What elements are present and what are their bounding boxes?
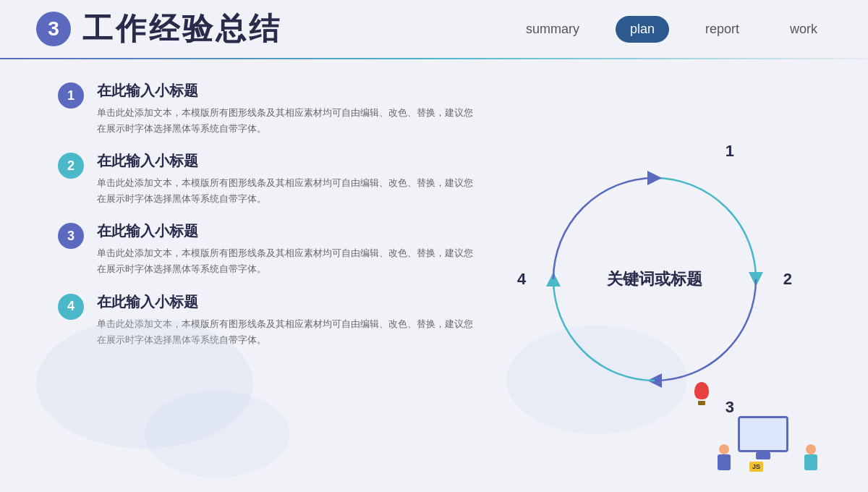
item-subtitle-2: 在此输入小标题 xyxy=(97,151,477,171)
page-title: 工作经验总结 xyxy=(82,9,282,49)
item-badge-2: 2 xyxy=(58,153,84,179)
right-panel: 1 2 3 4 关键词或标题 xyxy=(477,81,832,478)
slide-number-badge: 3 xyxy=(36,12,71,46)
person1-head xyxy=(719,444,729,454)
person2-body xyxy=(804,454,817,470)
header: 3 工作经验总结 summary plan report work xyxy=(0,0,868,58)
list-item: 3 在此输入小标题 单击此处添加文本，本模版所有图形线条及其相应素材均可自由编辑… xyxy=(58,221,477,277)
cycle-diagram: 1 2 3 4 关键词或标题 xyxy=(532,156,778,402)
item-desc-2: 单击此处添加文本，本模版所有图形线条及其相应素材均可自由编辑、改色、替换，建议您… xyxy=(97,175,477,207)
balloon-icon xyxy=(694,382,709,405)
person1-body xyxy=(718,454,731,470)
monitor-icon xyxy=(738,416,788,452)
item-subtitle-3: 在此输入小标题 xyxy=(97,221,477,241)
item-subtitle-4: 在此输入小标题 xyxy=(97,292,477,312)
balloon-body xyxy=(694,382,709,399)
person1-icon xyxy=(718,444,731,470)
person2-icon xyxy=(804,444,817,470)
person2-head xyxy=(806,444,816,454)
nav-report[interactable]: report xyxy=(691,16,754,43)
item-desc-1: 单击此处添加文本，本模版所有图形线条及其相应素材均可自由编辑、改色、替换，建议您… xyxy=(97,105,477,137)
item-badge-3: 3 xyxy=(58,223,84,249)
item-text-3: 在此输入小标题 单击此处添加文本，本模版所有图形线条及其相应素材均可自由编辑、改… xyxy=(97,221,477,277)
item-badge-1: 1 xyxy=(58,82,84,109)
item-subtitle-1: 在此输入小标题 xyxy=(97,81,477,101)
nav-work[interactable]: work xyxy=(775,16,832,43)
node-label-1: 1 xyxy=(726,142,734,161)
nav-bar: summary plan report work xyxy=(511,16,832,43)
balloon-basket xyxy=(698,401,705,405)
node-label-2: 2 xyxy=(783,270,792,289)
list-item: 1 在此输入小标题 单击此处添加文本，本模版所有图形线条及其相应素材均可自由编辑… xyxy=(58,81,477,137)
node-label-4: 4 xyxy=(517,270,526,289)
item-desc-3: 单击此处添加文本，本模版所有图形线条及其相应素材均可自由编辑、改色、替换，建议您… xyxy=(97,245,477,277)
bg-decor-cloud-2 xyxy=(145,391,289,478)
monitor-stand-icon xyxy=(756,452,770,459)
list-item: 2 在此输入小标题 单击此处添加文本，本模版所有图形线条及其相应素材均可自由编辑… xyxy=(58,151,477,207)
diagram-center-label: 关键词或标题 xyxy=(607,268,702,290)
item-badge-4: 4 xyxy=(58,294,84,320)
item-text-2: 在此输入小标题 单击此处添加文本，本模版所有图形线条及其相应素材均可自由编辑、改… xyxy=(97,151,477,207)
nav-plan[interactable]: plan xyxy=(616,16,669,43)
nav-summary[interactable]: summary xyxy=(511,16,594,43)
header-left: 3 工作经验总结 xyxy=(36,9,511,49)
item-text-1: 在此输入小标题 单击此处添加文本，本模版所有图形线条及其相应素材均可自由编辑、改… xyxy=(97,81,477,137)
js-badge: JS xyxy=(749,462,763,472)
illustration: JS xyxy=(687,391,832,478)
